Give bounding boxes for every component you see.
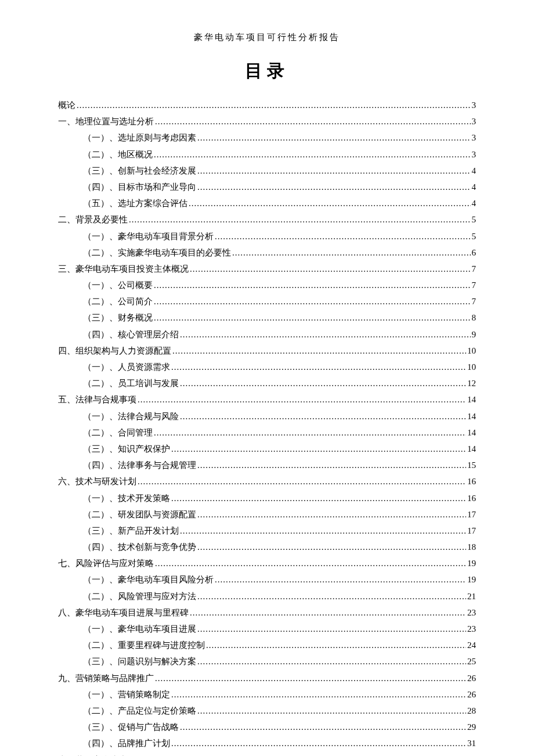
toc-entry[interactable]: （四）、法律事务与合规管理15 <box>58 457 476 473</box>
toc-leader-dots <box>189 195 471 211</box>
toc-entry[interactable]: 概论3 <box>58 97 476 113</box>
toc-leader-dots <box>154 277 471 293</box>
toc-entry[interactable]: 十、劳动安全生产分析32 <box>58 752 476 757</box>
toc-label: （二）、重要里程碑与进度控制 <box>83 637 205 653</box>
toc-label: 九、营销策略与品牌推广 <box>58 670 154 686</box>
toc-entry[interactable]: （一）、营销策略制定26 <box>58 686 476 703</box>
toc-leader-dots <box>171 441 466 457</box>
toc-page-number: 14 <box>467 408 476 424</box>
table-of-contents: 概论3一、地理位置与选址分析3（一）、选址原则与考虑因素3（二）、地区概况3（三… <box>58 97 476 756</box>
toc-leader-dots <box>172 343 466 359</box>
toc-leader-dots <box>197 588 466 604</box>
toc-page-number: 16 <box>467 490 476 506</box>
toc-entry[interactable]: 一、地理位置与选址分析3 <box>58 113 476 129</box>
toc-leader-dots <box>154 424 466 441</box>
toc-entry[interactable]: 四、组织架构与人力资源配置10 <box>58 343 476 359</box>
toc-entry[interactable]: 九、营销策略与品牌推广26 <box>58 670 476 686</box>
toc-page-number: 31 <box>467 735 476 751</box>
toc-entry[interactable]: （四）、技术创新与竞争优势18 <box>58 539 476 555</box>
toc-label: 六、技术与研发计划 <box>58 473 136 489</box>
toc-entry[interactable]: （二）、实施豪华电动车项目的必要性6 <box>58 244 476 261</box>
toc-entry[interactable]: （二）、重要里程碑与进度控制24 <box>58 637 476 653</box>
toc-leader-dots <box>190 604 466 621</box>
toc-entry[interactable]: （二）、产品定位与定价策略28 <box>58 703 476 719</box>
toc-label: （一）、法律合规与风险 <box>83 408 179 424</box>
toc-page-number: 24 <box>467 637 476 653</box>
toc-entry[interactable]: （二）、公司简介7 <box>58 293 476 309</box>
toc-entry[interactable]: （三）、知识产权保护14 <box>58 441 476 457</box>
toc-page-number: 3 <box>472 146 477 163</box>
toc-leader-dots <box>197 129 471 146</box>
toc-entry[interactable]: 八、豪华电动车项目进展与里程碑23 <box>58 604 476 621</box>
toc-entry[interactable]: （三）、新产品开发计划17 <box>58 523 476 539</box>
toc-entry[interactable]: （三）、促销与广告战略29 <box>58 719 476 735</box>
toc-page-number: 29 <box>467 719 476 735</box>
toc-page-number: 14 <box>467 441 476 457</box>
toc-entry[interactable]: （三）、财务概况8 <box>58 309 476 326</box>
toc-leader-dots <box>232 244 471 261</box>
toc-leader-dots <box>155 113 471 129</box>
toc-page-number: 7 <box>472 261 477 277</box>
toc-leader-dots <box>215 228 471 244</box>
toc-page-number: 15 <box>467 457 476 473</box>
toc-page-number: 26 <box>467 670 476 686</box>
toc-entry[interactable]: （二）、员工培训与发展12 <box>58 375 476 391</box>
toc-leader-dots <box>129 211 471 228</box>
toc-entry[interactable]: 五、法律与合规事项 14 <box>58 391 476 408</box>
toc-entry[interactable]: （五）、选址方案综合评估4 <box>58 195 476 211</box>
toc-entry[interactable]: （二）、研发团队与资源配置17 <box>58 506 476 523</box>
toc-leader-dots <box>197 653 466 669</box>
toc-page-number: 12 <box>467 375 476 391</box>
toc-leader-dots <box>155 670 466 686</box>
toc-label: （三）、财务概况 <box>83 309 153 326</box>
toc-page-number: 25 <box>467 653 476 669</box>
toc-entry[interactable]: （三）、创新与社会经济发展4 <box>58 163 476 179</box>
toc-page-number: 16 <box>467 473 476 489</box>
toc-entry[interactable]: （二）、风险管理与应对方法21 <box>58 588 476 604</box>
toc-entry[interactable]: 三、豪华电动车项目投资主体概况7 <box>58 261 476 277</box>
toc-entry[interactable]: （二）、合同管理 14 <box>58 424 476 441</box>
toc-label: （二）、研发团队与资源配置 <box>83 506 196 523</box>
toc-entry[interactable]: （四）、核心管理层介绍9 <box>58 326 476 343</box>
toc-leader-dots <box>197 703 466 719</box>
toc-leader-dots <box>180 408 466 424</box>
toc-entry[interactable]: （四）、品牌推广计划31 <box>58 735 476 751</box>
toc-leader-dots <box>154 309 471 326</box>
toc-label: 十、劳动安全生产分析 <box>58 752 145 757</box>
toc-entry[interactable]: （一）、选址原则与考虑因素3 <box>58 129 476 146</box>
toc-entry[interactable]: （一）、豪华电动车项目背景分析5 <box>58 228 476 244</box>
toc-entry[interactable]: 六、技术与研发计划 16 <box>58 473 476 489</box>
toc-entry[interactable]: （一）、法律合规与风险14 <box>58 408 476 424</box>
toc-page-number: 21 <box>467 588 476 604</box>
toc-page-number: 19 <box>467 571 476 588</box>
toc-leader-dots <box>197 457 466 473</box>
toc-leader-dots <box>197 179 471 195</box>
toc-entry[interactable]: （四）、目标市场和产业导向4 <box>58 179 476 195</box>
toc-label: （四）、品牌推广计划 <box>83 735 170 751</box>
toc-entry[interactable]: （一）、公司概要7 <box>58 277 476 293</box>
toc-entry[interactable]: （一）、豪华电动车项目进展23 <box>58 621 476 637</box>
toc-label: （二）、实施豪华电动车项目的必要性 <box>83 244 231 261</box>
toc-entry[interactable]: （一）、技术开发策略16 <box>58 490 476 506</box>
toc-entry[interactable]: 七、风险评估与应对策略19 <box>58 555 476 571</box>
toc-label: （二）、风险管理与应对方法 <box>83 588 196 604</box>
toc-leader-dots <box>171 735 466 751</box>
toc-entry[interactable]: （二）、地区概况3 <box>58 146 476 163</box>
toc-leader-dots <box>171 359 466 375</box>
toc-entry[interactable]: （一）、豪华电动车项目风险分析19 <box>58 571 476 588</box>
toc-leader-dots <box>154 293 471 309</box>
toc-page-number: 4 <box>472 163 477 179</box>
toc-label: 五、法律与合规事项 <box>58 391 136 408</box>
toc-entry[interactable]: 二、背景及必要性 5 <box>58 211 476 228</box>
toc-label: （一）、技术开发策略 <box>83 490 170 506</box>
toc-leader-dots <box>146 752 466 757</box>
toc-entry[interactable]: （一）、人员资源需求10 <box>58 359 476 375</box>
toc-page-number: 3 <box>472 113 477 129</box>
toc-label: 四、组织架构与人力资源配置 <box>58 343 171 359</box>
toc-leader-dots <box>197 163 471 179</box>
toc-label: （二）、地区概况 <box>83 146 153 163</box>
toc-page-number: 10 <box>467 343 476 359</box>
toc-entry[interactable]: （三）、问题识别与解决方案25 <box>58 653 476 669</box>
toc-leader-dots <box>138 391 466 408</box>
toc-page-number: 23 <box>467 604 476 621</box>
